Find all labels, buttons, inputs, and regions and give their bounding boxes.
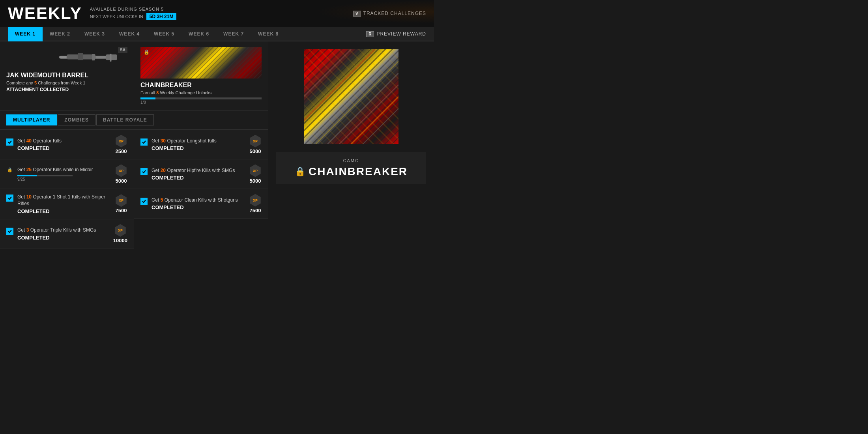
svg-line-12 [351,97,398,144]
week-tab-5[interactable]: WEEK 5 [147,27,181,41]
xp-icon-7: XP [249,194,262,207]
preview-reward-button[interactable]: R PREVIEW REWARD [366,31,426,37]
svg-line-8 [316,61,398,144]
week-tab-8[interactable]: WEEK 8 [251,27,286,41]
challenge-left-5: Get 30 Operator Longshot Kills COMPLETED [140,138,249,152]
xp-value-6: 5000 [250,178,261,184]
challenge-text-4: Get 3 Operator Triple Kills with SMGs CO… [17,227,113,241]
checkbox-5 [140,138,148,146]
reward-count-chain: 8 [156,90,159,95]
reward-name-jak: JAK WIDEMOUTH BARREL [6,72,127,79]
challenge-desc-2: Get 25 Operator Kills while in Midair [17,166,115,173]
chainbreaker-progress-text: 1/8 [140,100,262,105]
challenge-progress-bar-2 [17,175,73,176]
mode-tabs: MULTIPLAYER ZOMBIES BATTLE ROYALE [0,110,268,130]
challenge-left-3: Get 10 Operator 1 Shot 1 Kills with Snip… [6,194,115,214]
mode-tab-multiplayer[interactable]: MULTIPLAYER [6,114,57,125]
challenge-status-4: COMPLETED [17,235,113,241]
challenge-left-2: 🔒 Get 25 Operator Kills while in Midair … [6,166,115,181]
challenge-text-6: Get 20 Operator Hipfire Kills with SMGs … [152,167,249,181]
weapon-preview: SA [6,47,127,69]
challenge-item-4[interactable]: Get 3 Operator Triple Kills with SMGs CO… [0,219,134,249]
challenge-columns: Get 40 Operator Kills COMPLETED XP 2500 [0,130,268,249]
right-panel: CAMO 🔒 CHAINBREAKER [268,41,434,307]
reward-status-jak: ATTACHMENT COLLECTED [6,87,127,92]
week-tab-4[interactable]: WEEK 4 [112,27,147,41]
tracked-key: V [353,11,361,17]
week-tab-6[interactable]: WEEK 6 [181,27,216,41]
xp-value-5: 5000 [250,148,261,154]
checkbox-7 [140,198,148,205]
checkbox-3 [6,195,13,202]
xp-value-1: 2500 [116,148,127,154]
challenge-item-6[interactable]: Get 20 Operator Hipfire Kills with SMGs … [134,159,268,189]
lock-icon-chain: 🔒 [144,49,150,55]
challenge-item-2[interactable]: 🔒 Get 25 Operator Kills while in Midair … [0,159,134,189]
camo-type: CAMO [282,158,420,163]
challenge-desc-7: Get 5 Operator Clean Kills with Shotguns [152,197,249,204]
challenge-item-3[interactable]: Get 10 Operator 1 Shot 1 Kills with Snip… [0,189,134,219]
xp-icon-4: XP [114,224,127,237]
challenge-col-right: Get 30 Operator Longshot Kills COMPLETED… [134,130,268,249]
challenge-status-5: COMPLETED [152,145,249,151]
svg-line-14 [363,108,398,144]
challenge-left-7: Get 5 Operator Clean Kills with Shotguns… [140,197,249,211]
xp-badge-2: XP 5000 [115,165,127,184]
challenge-item-5[interactable]: Get 30 Operator Longshot Kills COMPLETED… [134,130,268,159]
xp-badge-6: XP 5000 [249,165,262,184]
preview-label: PREVIEW REWARD [376,31,426,37]
challenge-left-4: Get 3 Operator Triple Kills with SMGs CO… [6,227,113,241]
svg-rect-4 [59,56,66,58]
main-content: SA JAK WIDEMOUTH BARREL Complete any 5 C… [0,41,434,307]
camo-lock-icon: 🔒 [295,166,305,177]
camo-preview-image [304,49,398,144]
week-tab-1[interactable]: WEEK 1 [8,27,43,41]
challenge-list: Get 40 Operator Kills COMPLETED XP 2500 [0,130,268,307]
challenge-status-1: COMPLETED [17,145,115,151]
week-tabs-left: WEEK 1 WEEK 2 WEEK 3 WEEK 4 WEEK 5 WEEK … [8,27,286,41]
xp-value-7: 7500 [250,208,261,213]
weapon-icon: SA [56,47,127,69]
season-info: AVAILABLE DURING SEASON 5 NEXT WEEK UNLO… [90,7,177,20]
week-tab-7[interactable]: WEEK 7 [216,27,251,41]
unlock-timer: NEXT WEEK UNLOCKS IN 5d 3h 21m [90,13,177,20]
mode-tab-battle-royale[interactable]: BATTLE ROYALE [96,114,154,125]
available-text: AVAILABLE DURING SEASON 5 [90,7,177,11]
reward-card-chainbreaker: 🔒 CHAINBREAKER Earn all 8 Weekly Challen… [134,41,268,110]
week-tab-3[interactable]: WEEK 3 [77,27,112,41]
challenge-text-2: Get 25 Operator Kills while in Midair 9/… [17,166,115,181]
challenge-text-1: Get 40 Operator Kills COMPLETED [17,138,115,152]
sa-badge: SA [118,47,127,53]
week-tab-2[interactable]: WEEK 2 [43,27,77,41]
challenge-text-3: Get 10 Operator 1 Shot 1 Kills with Snip… [17,194,115,214]
camo-label-section: CAMO 🔒 CHAINBREAKER [276,152,426,184]
preview-key: R [366,31,374,37]
svg-rect-5 [92,54,95,60]
left-panel: SA JAK WIDEMOUTH BARREL Complete any 5 C… [0,41,268,307]
challenge-col-left: Get 40 Operator Kills COMPLETED XP 2500 [0,130,134,249]
challenge-desc-6: Get 20 Operator Hipfire Kills with SMGs [152,167,249,174]
camo-name-row: 🔒 CHAINBREAKER [282,165,420,178]
xp-value-2: 5000 [116,178,127,184]
svg-line-7 [304,49,398,144]
checkbox-1 [6,138,13,146]
xp-icon-2: XP [115,165,127,177]
progress-label-2: 9/25 [17,177,115,181]
svg-line-15 [304,49,351,97]
header: WEEKLY AVAILABLE DURING SEASON 5 NEXT WE… [0,0,434,27]
reward-name-chain: CHAINBREAKER [140,82,262,89]
challenge-item-7[interactable]: Get 5 Operator Clean Kills with Shotguns… [134,189,268,219]
lock-area-2: 🔒 [6,167,13,172]
tracked-challenges-button[interactable]: V TRACKED CHALLENGES [353,11,426,17]
xp-icon-6: XP [249,165,262,177]
reward-section: SA JAK WIDEMOUTH BARREL Complete any 5 C… [0,41,268,110]
mode-tab-zombies[interactable]: ZOMBIES [58,114,95,125]
header-left: WEEKLY AVAILABLE DURING SEASON 5 NEXT WE… [8,4,176,23]
reward-desc-chain: Earn all 8 Weekly Challenge Unlocks [140,90,262,95]
chainbreaker-progress-fill [140,97,155,99]
xp-badge-7: XP 7500 [249,194,262,213]
xp-badge-5: XP 5000 [249,135,262,154]
xp-badge-1: XP 2500 [115,135,127,154]
challenge-item-1[interactable]: Get 40 Operator Kills COMPLETED XP 2500 [0,130,134,159]
challenge-left-1: Get 40 Operator Kills COMPLETED [6,138,115,152]
